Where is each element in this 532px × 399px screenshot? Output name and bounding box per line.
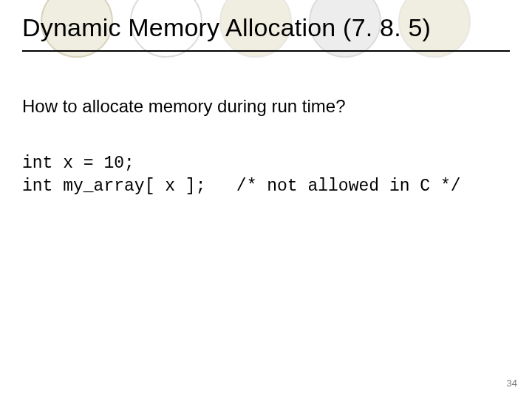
code-block: int x = 10; int my_array[ x ]; /* not al… xyxy=(22,152,461,198)
code-line: int my_array[ x ]; /* not allowed in C *… xyxy=(22,177,461,196)
subheading: How to allocate memory during run time? xyxy=(22,96,346,117)
code-line: int x = 10; xyxy=(22,154,134,173)
page-title: Dynamic Memory Allocation (7. 8. 5) xyxy=(22,13,431,42)
page-number: 34 xyxy=(507,378,517,389)
title-underline xyxy=(22,50,510,52)
slide: Dynamic Memory Allocation (7. 8. 5) How … xyxy=(0,0,532,399)
